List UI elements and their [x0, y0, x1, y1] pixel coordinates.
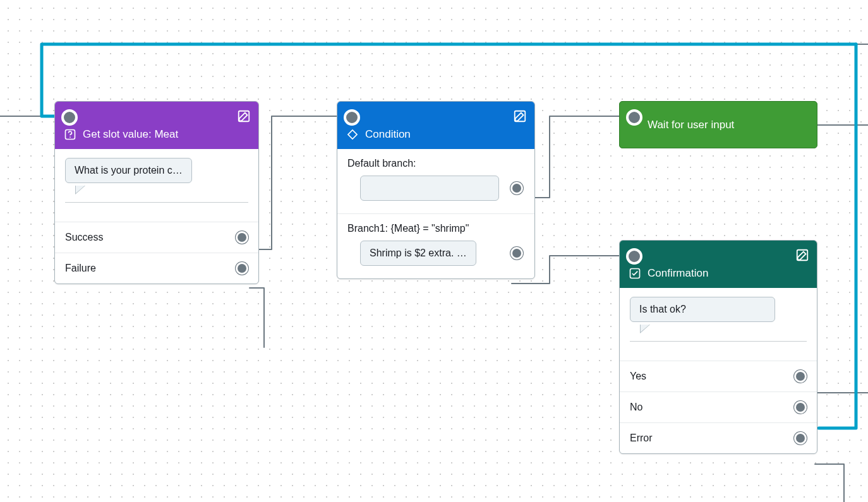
question-slot-icon [64, 128, 76, 141]
outcome-no[interactable]: No [620, 391, 817, 422]
input-port[interactable] [626, 109, 642, 126]
separator [65, 202, 248, 203]
outcome-label: Failure [65, 263, 96, 274]
branch-label-1: Branch1: {Meat} = "shrimp" [337, 214, 534, 241]
node-title: Confirmation [648, 267, 708, 280]
node-get-slot[interactable]: Get slot value: Meat What is your protei… [54, 101, 259, 284]
separator [630, 341, 807, 342]
output-port[interactable] [794, 401, 807, 414]
outcome-label: No [630, 402, 642, 413]
connector-success-condition [250, 116, 341, 249]
output-port[interactable] [794, 432, 807, 445]
branch-label-default: Default branch: [337, 149, 534, 176]
svg-point-2 [69, 136, 71, 138]
branch-default[interactable] [337, 176, 534, 213]
connector-highlight-right [819, 44, 856, 428]
message-bubble[interactable]: Shrimp is $2 extra. … [360, 241, 476, 266]
input-port[interactable] [61, 109, 78, 126]
output-port[interactable] [236, 231, 248, 244]
bubble-tail-icon [640, 325, 650, 333]
output-port[interactable] [794, 370, 807, 383]
branch-1[interactable]: Shrimp is $2 extra. … [337, 241, 534, 278]
node-body: Is that ok? [620, 288, 817, 361]
output-port[interactable] [510, 182, 523, 194]
connector-failure [250, 288, 264, 347]
node-header-get-slot[interactable]: Get slot value: Meat [55, 102, 258, 149]
node-body: What is your protein c… [55, 149, 258, 222]
node-wait[interactable]: Wait for user input [619, 101, 817, 148]
svg-rect-3 [515, 111, 526, 122]
edit-icon[interactable] [237, 109, 251, 123]
diamond-icon [346, 128, 359, 141]
outcome-failure[interactable]: Failure [55, 253, 258, 284]
node-condition[interactable]: Condition Default branch: Branch1: {Meat… [337, 101, 535, 279]
checkbox-icon [629, 267, 641, 280]
outcome-label: Error [630, 433, 653, 444]
node-header-condition[interactable]: Condition [337, 102, 534, 149]
message-bubble[interactable] [360, 176, 499, 201]
node-title: Condition [365, 128, 411, 141]
outcome-yes[interactable]: Yes [620, 361, 817, 391]
node-title: Get slot value: Meat [83, 128, 178, 141]
svg-rect-0 [239, 111, 250, 122]
svg-rect-5 [797, 250, 808, 261]
output-port[interactable] [510, 247, 523, 260]
node-confirmation[interactable]: Confirmation Is that ok? Yes No Error [619, 240, 817, 454]
input-port[interactable] [344, 109, 360, 126]
node-title: Wait for user input [648, 119, 734, 131]
prompt-bubble[interactable]: What is your protein c… [65, 158, 192, 183]
edit-icon[interactable] [513, 109, 527, 123]
svg-rect-4 [348, 129, 357, 138]
input-port[interactable] [626, 248, 642, 265]
outcome-error[interactable]: Error [620, 422, 817, 453]
output-port[interactable] [236, 262, 248, 275]
node-header-wait[interactable]: Wait for user input [619, 101, 817, 148]
outcome-list: Yes No Error [620, 361, 817, 453]
bubble-tail-icon [75, 186, 85, 194]
outcome-label: Success [65, 232, 103, 243]
outcome-list: Success Failure [55, 222, 258, 284]
prompt-bubble[interactable]: Is that ok? [630, 297, 775, 322]
node-header-confirmation[interactable]: Confirmation [620, 241, 817, 288]
outcome-success[interactable]: Success [55, 222, 258, 253]
connector-error-out [815, 464, 844, 502]
outcome-label: Yes [630, 371, 646, 382]
edit-icon[interactable] [795, 248, 809, 262]
